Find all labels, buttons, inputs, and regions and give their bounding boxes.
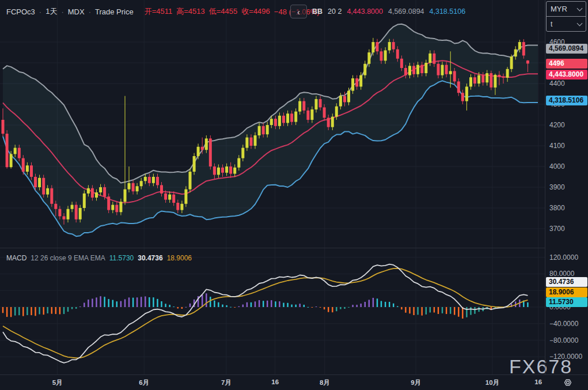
candle <box>189 172 192 190</box>
macd-histogram-bar <box>177 307 179 309</box>
candle <box>518 42 521 50</box>
macd-histogram-bar <box>185 307 187 308</box>
legend-separator: · <box>39 7 41 16</box>
macd-histogram-bar <box>458 307 459 317</box>
macd-histogram-bar <box>361 304 362 307</box>
currency-dropdown[interactable]: MYR <box>547 2 586 16</box>
macd-histogram-bar <box>124 300 126 308</box>
candle <box>286 113 289 123</box>
candle <box>213 166 216 175</box>
candle <box>46 188 49 195</box>
collapse-legend-button[interactable]: ‹ <box>290 5 307 18</box>
candle <box>38 178 41 187</box>
candle <box>319 99 322 107</box>
candle <box>237 158 240 168</box>
candle <box>63 216 66 219</box>
macd-histogram-bar <box>389 302 390 307</box>
candle <box>347 91 350 103</box>
macd-histogram-bar <box>108 299 109 307</box>
macd-histogram-bar <box>165 304 166 307</box>
bb-lower-value: 4,318.5106 <box>430 7 466 16</box>
candle <box>128 183 131 190</box>
candle <box>351 78 354 91</box>
macd-histogram-bar <box>67 307 69 312</box>
macd-histogram-bar <box>116 301 117 307</box>
bb-upper-value: 4,569.0894 <box>388 7 424 16</box>
macd-histogram-bar <box>377 298 378 307</box>
macd-histogram-bar <box>381 301 382 308</box>
macd-histogram-bar <box>312 307 313 308</box>
candle <box>282 116 285 123</box>
macd-histogram-bar <box>275 301 276 307</box>
currency-unit-panel: MYR t <box>546 1 586 32</box>
legend-separator: · <box>61 7 63 16</box>
macd-pane[interactable] <box>2 264 529 363</box>
candle <box>229 166 232 174</box>
symbol-legend: FCPOc3 · 1天 · MDX · Trade Price 开=4511 高… <box>6 6 320 17</box>
macd-histogram-bar <box>385 302 386 307</box>
unit-dropdown[interactable]: t <box>547 16 586 31</box>
candle <box>152 177 155 183</box>
macd-line <box>3 264 528 363</box>
candle <box>148 177 151 183</box>
candle <box>335 107 338 117</box>
price-axis-label: 3700 <box>549 224 565 233</box>
macd-histogram-bar <box>96 297 97 307</box>
macd-histogram-bar <box>255 301 256 307</box>
candle <box>384 50 387 60</box>
macd-histogram-bar <box>88 300 89 307</box>
macd-histogram-bar <box>267 301 268 307</box>
price-pane[interactable] <box>2 24 538 237</box>
candle <box>424 63 427 73</box>
candle <box>140 181 143 186</box>
candle <box>461 93 464 101</box>
candle <box>241 148 244 158</box>
candle <box>290 113 293 122</box>
chevron-down-icon <box>577 20 583 26</box>
chart-window: FCPOc3 · 1天 · MDX · Trade Price 开=4511 高… <box>0 0 588 390</box>
candle <box>205 138 208 150</box>
candle <box>294 112 297 122</box>
macd-histogram-bar <box>405 307 406 313</box>
gear-icon[interactable] <box>561 376 575 389</box>
candle <box>107 196 110 210</box>
candle <box>197 147 200 156</box>
candle <box>502 77 505 78</box>
macd-histogram-bar <box>31 307 32 315</box>
candle <box>339 96 342 107</box>
macd-histogram-bar <box>328 307 329 312</box>
candle <box>221 168 224 173</box>
macd-name: MACD <box>6 254 26 262</box>
macd-histogram-bar <box>230 307 231 308</box>
macd-histogram-bar <box>10 307 12 317</box>
candle <box>445 65 448 74</box>
candle <box>79 208 82 219</box>
price-axis[interactable]: 4600450044004300420041004000390038003700… <box>545 0 588 374</box>
macd-histogram-bar <box>426 307 427 315</box>
macd-line-value: 30.4736 <box>138 254 162 262</box>
time-axis[interactable]: 5月6月7月168月9月10月16 <box>0 374 588 390</box>
candle <box>428 54 431 63</box>
candle <box>91 188 94 198</box>
candle <box>473 77 476 84</box>
time-axis-label: 6月 <box>131 378 157 387</box>
time-axis-label: 10月 <box>480 378 505 387</box>
macd-histogram-bar <box>75 307 77 309</box>
macd-histogram-bar <box>149 297 150 307</box>
macd-histogram-bar <box>527 302 528 307</box>
macd-histogram-bar <box>55 307 56 314</box>
candle <box>453 71 456 81</box>
macd-histogram-bar <box>189 304 191 307</box>
candle <box>71 205 74 209</box>
price-badge-bb-upper: 4,569.0894 <box>546 44 587 54</box>
bb-name: BB <box>312 7 323 16</box>
macd-params: 12 26 close 9 EMA EMA <box>31 254 105 262</box>
macd-histogram-bar <box>259 300 260 307</box>
price-axis-label: 3900 <box>549 183 565 192</box>
macd-histogram-bar <box>316 306 317 307</box>
candle <box>176 203 179 210</box>
chart-canvas[interactable] <box>0 0 588 390</box>
candle <box>115 205 118 213</box>
macd-histogram-bar <box>242 305 244 307</box>
candle <box>10 154 13 167</box>
